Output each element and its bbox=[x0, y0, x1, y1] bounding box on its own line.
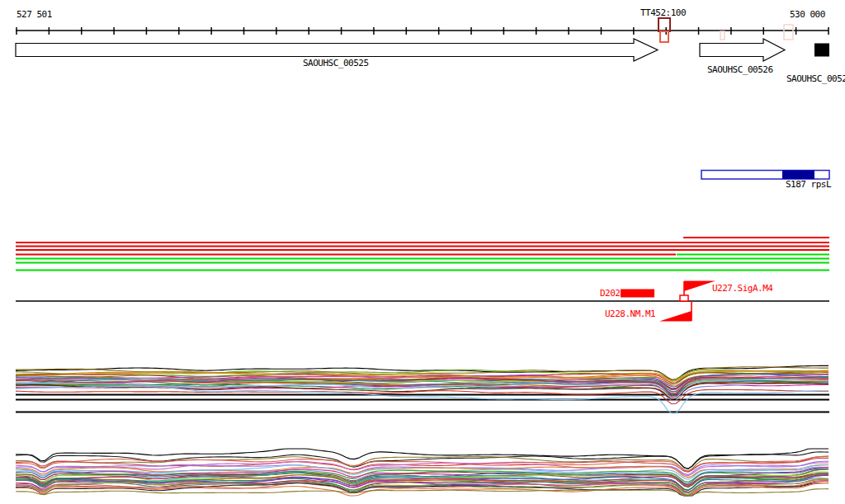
ruler-feature-wide-box[interactable] bbox=[784, 25, 793, 40]
coverage-plot-2-series-29 bbox=[16, 489, 828, 496]
gene-label-saouhsc-00525: SAOUHSC_00525 bbox=[303, 59, 369, 68]
gene-label-saouhsc-0052: SAOUHSC_0052 bbox=[786, 74, 845, 83]
rpsl-gene-bar-filled-segment[interactable] bbox=[782, 171, 814, 180]
promoter-u227-base-box[interactable] bbox=[680, 295, 688, 301]
genome-browser-window: 527 501 TT452:100 530 000 SAOUHSC_00525 … bbox=[0, 0, 845, 504]
rpsl-bar-label: S187 rpsL bbox=[786, 180, 831, 189]
promoter-label-u227: U227.SigA.M4 bbox=[712, 284, 772, 293]
promoter-u227-flag[interactable] bbox=[684, 281, 715, 292]
tt452-terminator-inner-box[interactable] bbox=[660, 31, 668, 42]
ruler-feature-small-box[interactable] bbox=[720, 31, 725, 40]
feature-label-tt452: TT452:100 bbox=[640, 8, 686, 17]
gene-label-saouhsc-00526: SAOUHSC_00526 bbox=[707, 65, 773, 74]
browser-canvas bbox=[0, 0, 845, 504]
promoter-label-d202: D202 bbox=[600, 289, 621, 298]
gene-arrow-saouhsc-00526[interactable] bbox=[700, 39, 785, 61]
promoter-d202-box[interactable] bbox=[621, 290, 654, 298]
cds-rect-saouhsc-0052[interactable] bbox=[814, 44, 829, 57]
promoter-u228-flag[interactable] bbox=[659, 311, 692, 322]
ruler-start-coordinate: 527 501 bbox=[17, 10, 52, 19]
tt452-terminator-outer-box[interactable] bbox=[659, 18, 670, 31]
promoter-label-u228: U228.NM.M1 bbox=[605, 309, 655, 318]
ruler-end-coordinate: 530 000 bbox=[790, 10, 825, 19]
